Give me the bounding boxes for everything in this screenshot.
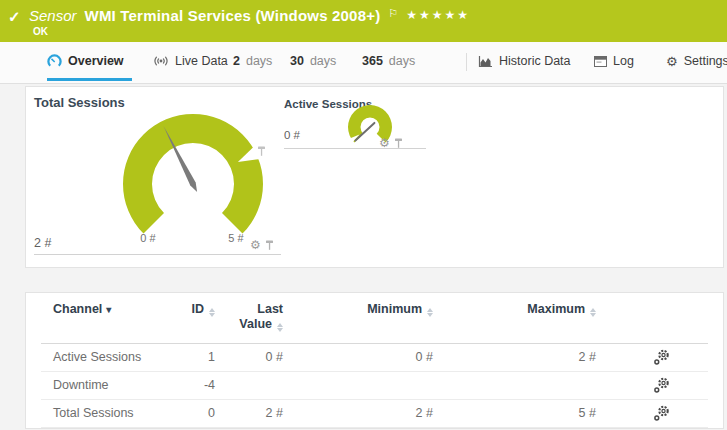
divider xyxy=(34,254,281,255)
sensor-type-label: Sensor xyxy=(29,7,77,24)
channel-minimum: 2 # xyxy=(321,399,433,427)
table-header-row: Channel▾ ID Last Value Minimum Maximum xyxy=(41,293,708,344)
table-row[interactable]: Downtime -4 xyxy=(41,371,708,400)
tab-2-days-unit: days xyxy=(246,54,272,68)
gauge-scale-min-label: 0 # xyxy=(130,232,166,244)
tab-live-data-label: Live Data xyxy=(175,54,228,68)
channel-name: Downtime xyxy=(53,371,109,399)
caret-down-icon: ▾ xyxy=(106,304,111,315)
column-header-maximum[interactable]: Maximum xyxy=(466,302,596,317)
live-signal-icon xyxy=(153,55,169,67)
gauge-marker-pin-icon[interactable] xyxy=(257,146,266,157)
tab-2-days[interactable]: 2 days xyxy=(233,42,272,80)
tab-30-days-unit: days xyxy=(310,54,336,68)
tab-365-days[interactable]: 365 days xyxy=(362,42,415,80)
sort-icon xyxy=(427,308,433,317)
gauge-icon xyxy=(47,54,62,69)
column-header-channel[interactable]: Channel▾ xyxy=(53,302,111,317)
channel-name: Active Sessions xyxy=(53,343,141,371)
tab-2-days-number: 2 xyxy=(233,54,240,68)
active-sessions-value: 0 # xyxy=(284,129,300,141)
tab-historic-data[interactable]: Historic Data xyxy=(478,42,571,80)
channel-settings-icon[interactable] xyxy=(653,349,670,369)
sort-icon xyxy=(590,308,596,317)
gauges-panel: Total Sessions 0 # 5 # 2 # ⚙ Active Sess… xyxy=(25,86,724,268)
gauge-scale-max-label: 5 # xyxy=(218,232,254,244)
column-header-minimum[interactable]: Minimum xyxy=(321,302,433,317)
sort-icon xyxy=(277,323,283,332)
gauge-pin-icon[interactable] xyxy=(394,138,403,149)
sensor-title: WMI Terminal Services (Windows 2008+) xyxy=(85,7,381,24)
column-header-last-label: Last xyxy=(257,302,283,316)
column-header-last-value[interactable]: Last Value xyxy=(203,302,283,332)
column-header-maximum-label: Maximum xyxy=(527,302,585,316)
tab-settings[interactable]: ⚙ Settings xyxy=(666,42,727,80)
tab-log-label: Log xyxy=(613,54,634,68)
channel-name: Total Sessions xyxy=(53,399,134,427)
table-row[interactable]: Total Sessions 0 2 # 2 # 5 # xyxy=(41,399,708,428)
column-header-minimum-label: Minimum xyxy=(367,302,422,316)
tab-bar: Overview Live Data 2 days 30 days 365 da… xyxy=(0,42,727,84)
gauge-gear-icon[interactable]: ⚙ xyxy=(379,137,390,149)
tab-live-data[interactable]: Live Data xyxy=(153,42,228,80)
column-header-channel-label: Channel xyxy=(53,302,102,316)
tab-log[interactable]: Log xyxy=(594,42,634,80)
tab-365-days-unit: days xyxy=(389,54,415,68)
gauge-gear-icon[interactable]: ⚙ xyxy=(250,239,261,251)
tab-overview[interactable]: Overview xyxy=(47,42,124,80)
total-gauge-controls: ⚙ xyxy=(250,239,274,251)
channel-settings-icon[interactable] xyxy=(653,377,670,397)
prtg-sensor-page: ✓ Sensor WMI Terminal Services (Windows … xyxy=(0,0,727,430)
gauge-pin-icon[interactable] xyxy=(265,240,274,251)
total-sessions-value: 2 # xyxy=(34,236,51,250)
table-row[interactable]: Active Sessions 1 0 # 0 # 2 # xyxy=(41,343,708,372)
active-gauge-controls: ⚙ xyxy=(379,137,403,149)
total-sessions-gauge-title: Total Sessions xyxy=(34,95,125,110)
column-header-value-label: Value xyxy=(239,317,272,331)
tab-separator xyxy=(466,53,467,71)
channel-id: -4 xyxy=(131,371,215,399)
tab-30-days-number: 30 xyxy=(290,54,304,68)
tab-historic-data-label: Historic Data xyxy=(499,54,571,68)
log-window-icon xyxy=(594,56,607,67)
channel-last-value: 2 # xyxy=(203,399,283,427)
active-tab-indicator xyxy=(47,78,132,81)
priority-stars[interactable]: ★★★★★ xyxy=(406,8,470,22)
flag-icon[interactable]: ⚐ xyxy=(388,7,398,20)
tab-settings-label: Settings xyxy=(684,54,727,68)
sensor-title-row: Sensor WMI Terminal Services (Windows 20… xyxy=(29,7,470,24)
sensor-status-header: ✓ Sensor WMI Terminal Services (Windows … xyxy=(0,0,727,42)
channel-maximum: 2 # xyxy=(466,343,596,371)
divider xyxy=(284,148,426,149)
tab-365-days-number: 365 xyxy=(362,54,383,68)
channels-table-panel: Channel▾ ID Last Value Minimum Maximum A… xyxy=(25,292,724,429)
channel-last-value: 0 # xyxy=(203,343,283,371)
tab-overview-label: Overview xyxy=(68,54,124,68)
channel-maximum: 5 # xyxy=(466,399,596,427)
channel-minimum: 0 # xyxy=(321,343,433,371)
gear-icon: ⚙ xyxy=(666,54,678,69)
sensor-status-badge: OK xyxy=(33,26,48,37)
tab-30-days[interactable]: 30 days xyxy=(290,42,336,80)
status-ok-check-icon: ✓ xyxy=(8,8,21,26)
channel-settings-icon[interactable] xyxy=(653,405,670,425)
area-chart-icon xyxy=(478,55,493,68)
